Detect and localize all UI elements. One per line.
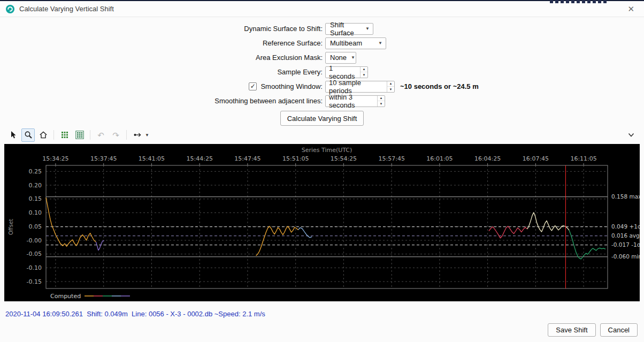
svg-text:-0.05: -0.05 — [27, 250, 42, 257]
dialog-title: Calculate Varying Vertical Shift — [19, 5, 114, 13]
calculate-varying-shift-button[interactable]: Calculate Varying Shift — [280, 111, 364, 126]
toolbar-separator — [126, 130, 127, 140]
smoothing-adjacent-spinner[interactable]: within 3 seconds ▲ ▼ — [325, 95, 385, 107]
grid-select-icon[interactable] — [73, 128, 86, 142]
background-window-fragment — [550, 0, 608, 3]
form-row-reference-surface: Reference Surface: Multibeam ▼ — [0, 36, 644, 50]
area-exclusion-combobox[interactable]: None ▼ — [325, 52, 356, 64]
area-exclusion-value: None — [330, 54, 347, 62]
svg-text:0.05: 0.05 — [29, 223, 42, 230]
svg-text:0.016 avg: 0.016 avg — [611, 232, 640, 239]
area-exclusion-label: Area Exclusion Mask: — [0, 54, 325, 62]
offset-series-chart[interactable]: 0.250.200.150.100.05-0.00-0.05-0.10-0.15… — [4, 144, 640, 301]
home-icon[interactable] — [36, 128, 50, 142]
smoothing-window-value: 10 sample periods — [326, 81, 387, 92]
svg-text:15:57:45: 15:57:45 — [378, 155, 404, 162]
dynamic-surface-label: Dynamic Surface to Shift: — [0, 25, 325, 33]
svg-text:15:34:25: 15:34:25 — [42, 155, 68, 162]
svg-text:15:47:45: 15:47:45 — [234, 155, 260, 162]
app-logo-icon — [5, 4, 15, 14]
spinner-up-icon[interactable]: ▲ — [361, 67, 367, 73]
svg-text:16:01:05: 16:01:05 — [426, 155, 453, 162]
svg-text:15:37:45: 15:37:45 — [90, 155, 117, 162]
svg-text:0.25: 0.25 — [29, 168, 42, 175]
sample-every-value: 1 seconds — [326, 67, 360, 78]
chart-toolbar: ↶ ↷ ▼ — [0, 127, 644, 143]
sample-every-label: Sample Every: — [0, 68, 325, 76]
form-row-dynamic-surface: Dynamic Surface to Shift: Shift Surface … — [0, 21, 644, 36]
title-bar: Calculate Varying Vertical Shift ✕ — [0, 1, 644, 17]
collapse-chevron-icon[interactable] — [624, 128, 638, 142]
spinner-down-icon[interactable]: ▼ — [361, 72, 367, 78]
smoothing-window-label: Smoothing Window: — [260, 82, 323, 90]
toolbar-separator — [53, 130, 54, 140]
reference-surface-label: Reference Surface: — [0, 39, 325, 47]
svg-text:15:44:25: 15:44:25 — [186, 155, 212, 162]
spinner-up-icon[interactable]: ▲ — [378, 96, 385, 102]
redo-icon[interactable]: ↷ — [109, 128, 122, 142]
svg-text:15:51:05: 15:51:05 — [282, 155, 309, 162]
zoom-icon[interactable] — [21, 128, 35, 142]
chevron-down-icon[interactable]: ▼ — [145, 133, 149, 138]
svg-text:0.20: 0.20 — [29, 182, 42, 189]
svg-text:-0.060 min: -0.060 min — [611, 253, 640, 260]
form-row-area-exclusion: Area Exclusion Mask: None ▼ — [0, 50, 644, 65]
close-icon[interactable]: ✕ — [623, 3, 639, 15]
spinner-down-icon[interactable]: ▼ — [387, 87, 394, 92]
cursor-track-icon[interactable] — [131, 128, 144, 142]
shift-form: Dynamic Surface to Shift: Shift Surface … — [0, 17, 644, 126]
undo-icon[interactable]: ↶ — [94, 128, 108, 142]
svg-text:16:11:05: 16:11:05 — [570, 155, 596, 162]
chevron-down-icon: ▼ — [351, 55, 355, 60]
svg-text:15:54:25: 15:54:25 — [331, 155, 357, 162]
form-row-smoothing-window: ✓ Smoothing Window: 10 sample periods ▲ … — [0, 79, 644, 94]
dialog-footer: Save Shift Cancel — [0, 323, 644, 342]
svg-text:Series Time(UTC): Series Time(UTC) — [302, 147, 352, 154]
pointer-icon[interactable] — [6, 128, 20, 142]
svg-text:16:04:25: 16:04:25 — [474, 155, 501, 162]
svg-text:0.15: 0.15 — [29, 195, 42, 202]
svg-text:15:41:05: 15:41:05 — [139, 155, 165, 162]
smoothing-window-spinner[interactable]: 10 sample periods ▲ ▼ — [325, 81, 395, 93]
smoothing-window-hint: ~10 seconds or ~24.5 m — [400, 82, 479, 90]
smoothing-adjacent-label: Smoothing between adjacent lines: — [0, 97, 325, 105]
save-shift-button[interactable]: Save Shift — [548, 323, 595, 337]
spinner-down-icon[interactable]: ▼ — [378, 101, 385, 107]
svg-text:-0.15: -0.15 — [27, 278, 42, 285]
dynamic-surface-value: Shift Surface — [330, 21, 361, 37]
cancel-button[interactable]: Cancel — [600, 323, 638, 337]
spinner-up-icon[interactable]: ▲ — [387, 81, 394, 87]
svg-text:0.158 max: 0.158 max — [611, 193, 640, 200]
svg-text:Computed: Computed — [50, 293, 81, 300]
svg-text:-0.00: -0.00 — [27, 237, 42, 244]
chevron-down-icon: ▼ — [378, 41, 382, 45]
form-row-smoothing-adjacent: Smoothing between adjacent lines: within… — [0, 94, 644, 108]
status-readout: 2020-11-04 16:09:50.261 Shift: 0.049m Li… — [0, 310, 644, 321]
form-row-sample-every: Sample Every: 1 seconds ▲ ▼ — [0, 65, 644, 79]
dynamic-surface-combobox[interactable]: Shift Surface ▼ — [325, 23, 373, 35]
smoothing-adjacent-value: within 3 seconds — [326, 96, 377, 107]
svg-text:-0.017 -1σ: -0.017 -1σ — [611, 241, 640, 248]
svg-text:0.049 +1σ: 0.049 +1σ — [611, 223, 640, 230]
svg-text:-0.10: -0.10 — [27, 264, 42, 271]
toolbar-separator — [90, 130, 90, 140]
calculate-varying-vertical-shift-dialog: Calculate Varying Vertical Shift ✕ Dynam… — [0, 0, 644, 342]
reference-surface-combobox[interactable]: Multibeam ▼ — [325, 37, 386, 49]
chevron-down-icon: ▼ — [365, 26, 370, 31]
svg-text:16:07:45: 16:07:45 — [523, 155, 549, 162]
grid-icon[interactable] — [58, 128, 71, 142]
reference-surface-value: Multibeam — [330, 39, 362, 47]
smoothing-window-checkbox[interactable]: ✓ — [249, 82, 257, 90]
svg-text:0.10: 0.10 — [29, 209, 42, 216]
svg-text:Offset: Offset — [8, 219, 14, 235]
sample-every-spinner[interactable]: 1 seconds ▲ ▼ — [325, 66, 368, 78]
